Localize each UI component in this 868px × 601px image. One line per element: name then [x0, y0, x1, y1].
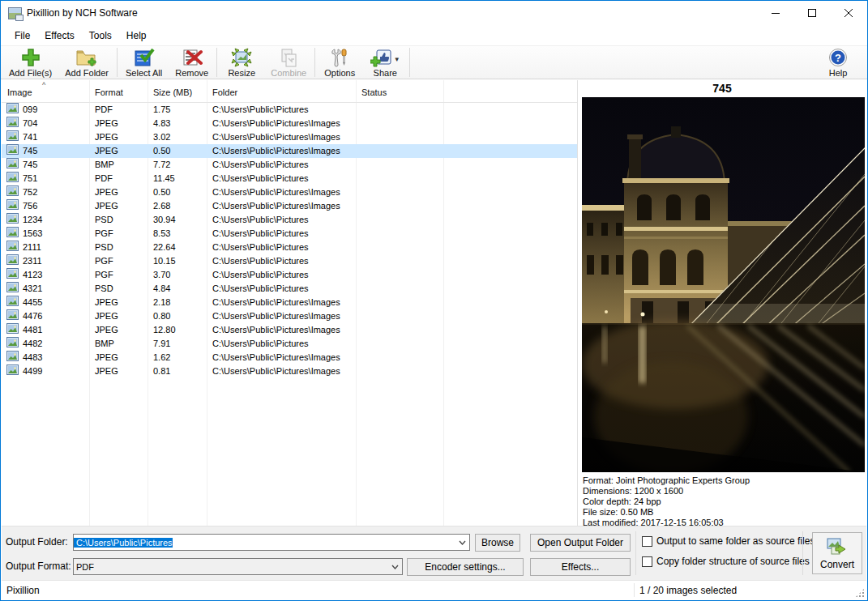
file-row[interactable]: 741JPEG3.02C:\Users\Public\Pictures\Imag… [2, 130, 577, 144]
add-file-s--button[interactable]: Add File(s) [2, 46, 58, 79]
checkbox-copy-structure[interactable]: Copy folder structure of source files [642, 556, 810, 567]
column-header-sizemb[interactable]: Size (MB) [148, 87, 207, 102]
file-name: 4476 [23, 309, 42, 323]
menu-effects[interactable]: Effects [37, 28, 81, 44]
cell-folder: C:\Users\Public\Pictures\Images [207, 351, 356, 364]
cell-format: BMP [89, 337, 148, 351]
file-row[interactable]: 4476JPEG0.80C:\Users\Public\Pictures\Ima… [2, 309, 577, 323]
file-row[interactable]: 1234PSD30.94C:\Users\Public\Pictures [2, 213, 577, 227]
cell-image: 2111 [2, 241, 89, 254]
checkbox-label: Copy folder structure of source files [656, 556, 810, 567]
divider [635, 531, 636, 575]
toolbar-button-label: Share [374, 68, 397, 78]
remove-button[interactable]: Remove [169, 46, 215, 79]
cell-image: 4481 [2, 323, 89, 337]
help-icon: ? [828, 47, 848, 68]
chevron-down-icon[interactable] [455, 539, 469, 547]
cell-folder: C:\Users\Public\Pictures [207, 241, 356, 254]
menu-tools[interactable]: Tools [82, 28, 119, 44]
file-name: 756 [23, 199, 37, 213]
output-format-value[interactable]: PDF [74, 562, 94, 572]
file-row[interactable]: 704JPEG4.83C:\Users\Public\Pictures\Imag… [2, 117, 577, 130]
menu-file[interactable]: File [7, 28, 37, 44]
file-row[interactable]: 4483JPEG1.62C:\Users\Public\Pictures\Ima… [2, 351, 577, 364]
cell-image: 752 [2, 185, 89, 199]
checkbox-box[interactable] [642, 556, 652, 567]
cell-format: PGF [89, 227, 148, 241]
file-row[interactable]: 1563PGF8.53C:\Users\Public\Pictures [2, 227, 577, 241]
column-header-image[interactable]: Image [2, 87, 89, 102]
cell-size: 4.84 [148, 282, 207, 296]
combine-button: Combine [264, 46, 313, 79]
output-folder-value[interactable]: C:\Users\Public\Pictures [74, 538, 173, 548]
file-row[interactable]: 099PDF1.75C:\Users\Public\Pictures [2, 103, 577, 117]
column-header-format[interactable]: Format [89, 87, 148, 102]
cell-folder: C:\Users\Public\Pictures\Images [207, 364, 356, 378]
column-header-folder[interactable]: Folder [207, 87, 356, 102]
output-folder-label: Output Folder: [6, 536, 68, 548]
resize-button[interactable]: Resize [219, 46, 264, 79]
browse-button[interactable]: Browse [475, 534, 520, 552]
checkbox-box[interactable] [642, 536, 652, 547]
output-folder-combobox[interactable]: C:\Users\Public\Pictures [73, 534, 470, 551]
cell-format: BMP [89, 158, 148, 172]
effects-button[interactable]: Effects... [530, 558, 631, 576]
cell-format: PGF [89, 254, 148, 268]
dropdown-caret-icon[interactable]: ▼ [394, 56, 400, 63]
close-button[interactable] [831, 1, 867, 25]
maximize-button[interactable] [794, 1, 831, 25]
preview-panel: 745 [578, 80, 866, 526]
help-button[interactable]: ?Help [815, 46, 861, 79]
file-row[interactable]: 752JPEG0.50C:\Users\Public\Pictures\Imag… [2, 185, 577, 199]
options-button[interactable]: Options [317, 46, 362, 79]
share-button[interactable]: ▼Share [362, 46, 408, 79]
minimize-button[interactable] [758, 1, 794, 25]
file-row[interactable]: 2311PGF10.15C:\Users\Public\Pictures [2, 254, 577, 268]
file-row[interactable]: 745BMP7.72C:\Users\Public\Pictures [2, 158, 577, 172]
divider [802, 531, 803, 575]
file-row[interactable]: 4482BMP7.91C:\Users\Public\Pictures [2, 337, 577, 351]
open-output-folder-button[interactable]: Open Output Folder [530, 534, 631, 552]
convert-button[interactable]: Convert [812, 532, 862, 574]
cell-folder: C:\Users\Public\Pictures\Images [207, 130, 356, 144]
checkbox-same-folder[interactable]: Output to same folder as source files [642, 535, 815, 547]
cell-size: 12.80 [148, 323, 207, 337]
toolbar-separator [314, 48, 315, 77]
column-header-status[interactable]: Status [356, 87, 443, 102]
file-row[interactable]: 745JPEG0.50C:\Users\Public\Pictures\Imag… [2, 144, 577, 158]
file-row[interactable]: 2111PSD22.64C:\Users\Public\Pictures [2, 241, 577, 254]
file-row[interactable]: 4481JPEG12.80C:\Users\Public\Pictures\Im… [2, 323, 577, 337]
file-thumb-icon [6, 351, 19, 364]
add-folder-button[interactable]: Add Folder [58, 46, 115, 79]
file-row[interactable]: 4123PGF3.70C:\Users\Public\Pictures [2, 268, 577, 282]
cell-size: 0.81 [148, 364, 207, 378]
file-name: 4483 [23, 351, 42, 364]
cell-format: JPEG [89, 309, 148, 323]
file-row[interactable]: 751PDF11.45C:\Users\Public\Pictures [2, 172, 577, 185]
cell-size: 3.02 [148, 130, 207, 144]
file-list[interactable]: ^ ImageFormatSize (MB)FolderStatus 099PD… [2, 80, 578, 526]
cell-folder: C:\Users\Public\Pictures [207, 268, 356, 282]
file-row[interactable]: 756JPEG2.68C:\Users\Public\Pictures\Imag… [2, 199, 577, 213]
cell-image: 745 [2, 144, 89, 158]
encoder-settings-button[interactable]: Encoder settings... [407, 558, 524, 576]
select-all-button[interactable]: Select All [119, 46, 169, 79]
resize-grip-icon[interactable] [855, 588, 865, 598]
select-all-icon [134, 47, 155, 68]
table-header: ^ ImageFormatSize (MB)FolderStatus [2, 80, 577, 103]
cell-format: JPEG [89, 144, 148, 158]
file-name: 2111 [23, 241, 41, 254]
window-title: Pixillion by NCH Software [27, 7, 138, 19]
file-row[interactable]: 4455JPEG2.18C:\Users\Public\Pictures\Ima… [2, 296, 577, 309]
file-row[interactable]: 4499JPEG0.81C:\Users\Public\Pictures\Ima… [2, 364, 577, 378]
cell-size: 22.64 [148, 241, 207, 254]
cell-size: 30.94 [148, 213, 207, 227]
chevron-down-icon[interactable] [388, 563, 402, 571]
combine-icon [278, 47, 299, 68]
menu-help[interactable]: Help [119, 28, 154, 44]
file-row[interactable]: 4321PSD4.84C:\Users\Public\Pictures [2, 282, 577, 296]
file-thumb-icon [6, 241, 19, 254]
output-format-dropdown[interactable]: PDF [73, 558, 403, 575]
cell-size: 1.62 [148, 351, 207, 364]
cell-status [356, 172, 443, 185]
